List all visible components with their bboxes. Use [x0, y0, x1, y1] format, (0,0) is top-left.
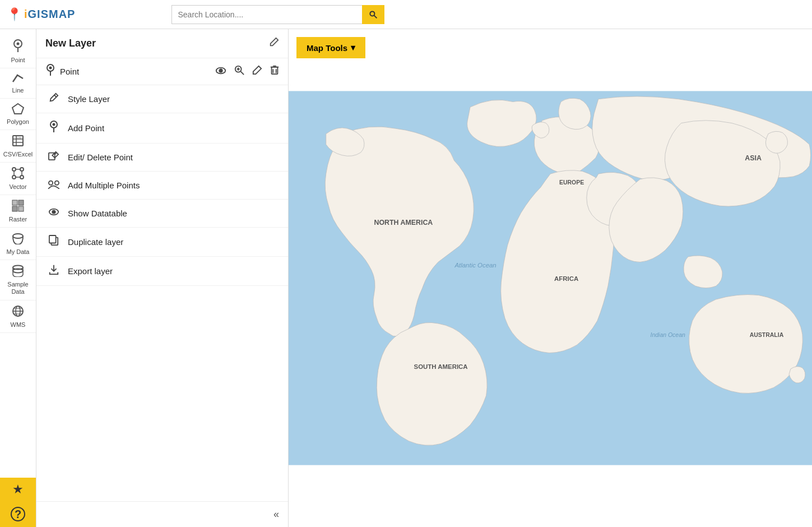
datatable-icon	[48, 207, 60, 220]
label-indian-ocean: Indian Ocean	[651, 332, 685, 338]
label-asia: ASIA	[745, 154, 762, 162]
svg-point-12	[20, 168, 24, 171]
logo-icon: 📍	[7, 7, 22, 22]
add-point-icon	[48, 121, 60, 136]
label-south-america: SOUTH AMERICA	[414, 363, 468, 370]
logo-text: iGISMAP	[24, 8, 75, 21]
svg-point-13	[12, 175, 16, 179]
sidebar-label-csv: CSV/Excel	[3, 151, 33, 158]
sidebar-label-raster: Raster	[9, 216, 27, 223]
svg-rect-56	[49, 235, 56, 243]
svg-point-52	[55, 181, 59, 185]
menu-item-add-point[interactable]: Add Point	[36, 113, 288, 144]
sidebar-label-line: Line	[12, 87, 24, 94]
sidebar-item-csv[interactable]: CSV CSV/Excel	[0, 130, 36, 163]
menu-label-show-datatable: Show Datatable	[68, 209, 127, 218]
label-australia: AUSTRALIA	[750, 332, 784, 338]
sidebar-item-sampledata[interactable]: Sample Data	[0, 260, 36, 301]
svg-marker-5	[12, 104, 24, 114]
svg-rect-20	[18, 200, 24, 205]
menu-item-style-layer[interactable]: Style Layer	[36, 85, 288, 113]
svg-rect-40	[272, 67, 278, 75]
context-menu: Style Layer Add Point Edit/ Delete Point…	[36, 85, 288, 501]
svg-line-37	[241, 72, 244, 75]
style-icon	[48, 93, 60, 105]
svg-point-47	[53, 123, 55, 126]
menu-item-add-multiple-points[interactable]: Add Multiple Points	[36, 172, 288, 200]
delete-icon[interactable]	[270, 65, 279, 78]
label-africa: AFRICA	[554, 275, 578, 282]
collapse-icon: «	[273, 508, 279, 520]
vector-icon	[12, 167, 24, 182]
dropdown-icon: ▾	[351, 43, 355, 53]
menu-label-duplicate-layer: Duplicate layer	[68, 237, 123, 247]
sidebar: Point Line Polygon CSV CSV/Excel Vector	[0, 29, 36, 527]
panel-edit-icon[interactable]	[269, 37, 279, 50]
zoom-icon[interactable]	[234, 65, 244, 78]
visibility-icon[interactable]	[215, 66, 226, 77]
logo[interactable]: 📍 iGISMAP	[7, 7, 75, 22]
sidebar-item-polygon[interactable]: Polygon	[0, 99, 36, 130]
search-input[interactable]	[171, 5, 362, 24]
sidebar-item-raster[interactable]: Raster	[0, 195, 36, 228]
sidebar-item-mydata[interactable]: My Data	[0, 228, 36, 260]
label-europe: EUROPE	[559, 179, 584, 186]
collapse-button[interactable]: «	[36, 501, 288, 527]
map-tools-button[interactable]: Map Tools ▾	[296, 37, 365, 58]
sidebar-item-help[interactable]: ?	[0, 502, 36, 527]
svg-point-0	[370, 11, 375, 16]
map-svg: NORTH AMERICA EUROPE ASIA AFRICA Atlanti…	[289, 29, 812, 527]
label-north-america: NORTH AMERICA	[374, 219, 433, 226]
menu-item-edit-delete-point[interactable]: Edit/ Delete Point	[36, 144, 288, 172]
wms-icon	[12, 305, 24, 320]
sidebar-item-wms[interactable]: WMS	[0, 301, 36, 333]
sidebar-label-vector: Vector	[9, 183, 26, 190]
menu-item-export-layer[interactable]: Export layer	[36, 257, 288, 286]
sidebar-label-mydata: My Data	[7, 248, 30, 255]
menu-label-add-multiple-points: Add Multiple Points	[68, 181, 140, 190]
search-button[interactable]	[362, 5, 384, 24]
layer-point-icon	[45, 64, 55, 79]
svg-point-35	[219, 69, 222, 72]
menu-label-edit-delete-point: Edit/ Delete Point	[68, 152, 133, 162]
svg-point-11	[12, 168, 16, 171]
label-atlantic: Atlantic Ocean	[454, 262, 496, 269]
main-layout: Point Line Polygon CSV CSV/Excel Vector	[0, 29, 812, 527]
layer-panel: New Layer Point	[36, 29, 289, 527]
sidebar-label-wms: WMS	[11, 321, 26, 328]
csv-icon: CSV	[12, 135, 24, 150]
search-container	[171, 5, 384, 24]
sidebar-label-point: Point	[11, 57, 25, 63]
sidebar-item-point[interactable]: Point	[0, 35, 36, 68]
svg-rect-21	[12, 206, 17, 211]
panel-title: New Layer	[45, 38, 96, 49]
sampledata-icon	[12, 265, 24, 280]
menu-label-add-point: Add Point	[68, 123, 104, 133]
map-area: Map Tools ▾	[289, 29, 812, 527]
svg-line-1	[374, 15, 377, 18]
sidebar-item-line[interactable]: Line	[0, 68, 36, 99]
help-icon: ?	[11, 507, 25, 521]
svg-point-3	[17, 43, 20, 45]
map-tools-label: Map Tools	[307, 43, 347, 53]
duplicate-icon	[48, 235, 60, 249]
mydata-icon	[12, 232, 24, 247]
svg-point-32	[49, 67, 52, 70]
edit-delete-icon	[48, 151, 60, 164]
edit-icon[interactable]	[252, 65, 262, 78]
svg-point-14	[20, 175, 24, 179]
menu-item-show-datatable[interactable]: Show Datatable	[36, 200, 288, 228]
svg-point-23	[13, 234, 23, 238]
svg-text:CSV: CSV	[17, 136, 22, 139]
star-icon: ★	[12, 482, 24, 497]
sidebar-label-polygon: Polygon	[7, 118, 29, 125]
menu-item-duplicate-layer[interactable]: Duplicate layer	[36, 228, 288, 257]
line-icon	[12, 73, 24, 86]
svg-rect-19	[12, 200, 17, 205]
svg-rect-22	[18, 206, 24, 211]
sidebar-item-favorite[interactable]: ★	[0, 478, 36, 502]
layer-name: Point	[60, 67, 207, 76]
raster-icon	[12, 200, 24, 215]
polygon-icon	[12, 103, 24, 117]
sidebar-item-vector[interactable]: Vector	[0, 163, 36, 195]
